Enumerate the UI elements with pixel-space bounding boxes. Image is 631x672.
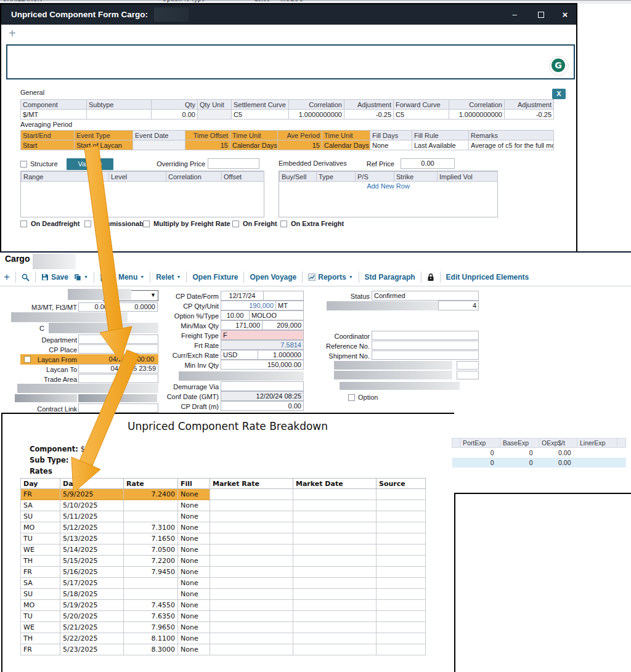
comment-textarea[interactable]: G xyxy=(6,44,575,79)
search-button[interactable] xyxy=(22,273,30,281)
cell: Calendar Days xyxy=(230,140,278,150)
background-option-pct: 10.00 xyxy=(254,0,270,2)
table-row[interactable]: $/MT0.00C51.0000000000-0.25C51.000000000… xyxy=(21,110,554,119)
commissionable-checkbox[interactable] xyxy=(84,221,91,227)
option-pct-input[interactable]: 10.00 xyxy=(221,310,250,320)
cp-qty-unit-input[interactable]: MT xyxy=(275,301,304,310)
table-row[interactable]: MO5/12/20257.3100None xyxy=(21,522,426,533)
column-header: Remarks xyxy=(469,131,554,140)
menu-button[interactable]: Menu▼ xyxy=(118,273,144,281)
cell xyxy=(293,533,377,544)
reports-button[interactable]: Reports▼ xyxy=(308,273,352,281)
add-new-row-link[interactable]: Add New Row xyxy=(279,182,497,190)
laycan-from-value[interactable]: 04/24/25 00:00 xyxy=(78,355,156,365)
ft3-input[interactable]: 0.0000 xyxy=(111,302,158,312)
cell: WE xyxy=(21,544,60,556)
table-row[interactable]: FR5/9/20257.2400None xyxy=(21,489,426,500)
table-row[interactable]: FR5/16/20257.9450None xyxy=(21,567,426,578)
freight-type-input[interactable]: F xyxy=(221,330,304,340)
trade-area-input[interactable] xyxy=(78,374,158,383)
cell xyxy=(210,589,293,600)
validate-button[interactable]: Validate xyxy=(67,158,113,170)
open-voyage-button[interactable]: Open Voyage xyxy=(250,273,296,281)
table-row[interactable]: WE5/21/20257.9650None xyxy=(21,622,426,633)
option-flag-label: Option xyxy=(358,394,378,401)
background-vessel-text: OXHILL IRON xyxy=(2,0,42,2)
table-row[interactable]: TU5/20/20257.6350None xyxy=(21,611,426,622)
min-inv-qty-input[interactable]: 150,000.00 xyxy=(221,360,304,370)
cell: SA xyxy=(21,500,60,511)
table-row[interactable]: 000.00 xyxy=(452,448,626,458)
cp-place-input[interactable] xyxy=(78,344,158,354)
maximize-button[interactable] xyxy=(532,4,548,25)
cp-form-input[interactable] xyxy=(263,291,304,301)
option-checkbox[interactable] xyxy=(348,394,355,401)
laycan-to-input[interactable]: 04/25/25 23:59 xyxy=(78,364,158,373)
max-qty-input[interactable]: 209,000 xyxy=(262,320,304,330)
table-row[interactable]: SA5/17/2025None xyxy=(21,578,426,589)
cell: 5/22/2025 xyxy=(60,633,124,644)
table-row[interactable]: SU5/11/2025None xyxy=(21,511,426,522)
chevron-down-icon: ▼ xyxy=(84,274,88,280)
table-row[interactable]: SU5/18/2025None xyxy=(21,589,426,600)
reference-no-input[interactable] xyxy=(372,341,479,350)
table-row[interactable]: WE5/14/20257.0500None xyxy=(21,544,426,556)
table-row[interactable]: MO5/19/20257.4550None xyxy=(21,600,426,611)
table-row[interactable]: TU5/13/20257.1650None xyxy=(21,533,426,544)
cp-qty-unit-label: CP Qty/Unit xyxy=(154,302,219,311)
table-row[interactable]: TH5/15/20257.2200None xyxy=(21,556,426,567)
close-section-button[interactable]: X xyxy=(552,89,566,99)
new-button[interactable]: + xyxy=(4,271,10,283)
add-component-button[interactable]: + xyxy=(9,27,16,39)
cell: SU xyxy=(21,589,60,600)
shipment-no-input[interactable] xyxy=(372,350,479,360)
table-row[interactable]: SA5/10/2025None xyxy=(21,500,426,511)
column-header: Event Date xyxy=(133,131,185,140)
lock-button[interactable] xyxy=(427,273,434,281)
column-header: Level xyxy=(109,172,166,182)
copy-button[interactable]: ▼ xyxy=(74,273,88,281)
status-field[interactable]: Confirmed xyxy=(372,291,479,301)
option-type-input[interactable]: MOLOO xyxy=(249,310,304,320)
minimize-button[interactable]: – xyxy=(507,4,523,25)
open-fixture-button[interactable]: Open Fixture xyxy=(192,273,238,281)
ref-price-input[interactable]: 0.00 xyxy=(401,158,455,169)
table-row[interactable]: 000.00 xyxy=(452,458,626,468)
delete-button[interactable] xyxy=(100,273,107,281)
grammarly-button[interactable]: G xyxy=(549,56,569,76)
open-voyage-label: Open Voyage xyxy=(250,273,296,281)
exch-rate-input[interactable]: 1.000000 xyxy=(258,350,304,360)
redacted-field xyxy=(17,384,158,393)
structure-checkbox[interactable] xyxy=(20,161,27,168)
currency-input[interactable]: USD xyxy=(221,350,258,360)
on-extra-freight-label: On Extra Freight xyxy=(291,220,344,227)
range-table: RangeLevelCorrelationOffset xyxy=(21,171,264,182)
save-button[interactable]: Save xyxy=(41,273,68,281)
cell: None xyxy=(178,622,210,633)
overriding-price-input[interactable] xyxy=(208,158,259,169)
std-paragraph-button[interactable]: Std Paragraph xyxy=(365,273,415,281)
cp-qty-input[interactable]: 190,000 xyxy=(221,301,276,310)
department-input[interactable] xyxy=(78,334,158,344)
cell xyxy=(377,500,426,511)
on-extra-freight-checkbox[interactable] xyxy=(280,221,287,227)
multiply-by-freight-rate-checkbox[interactable] xyxy=(143,221,150,227)
on-deadfreight-checkbox[interactable] xyxy=(20,221,27,227)
cp-draft-input[interactable]: 0.00 xyxy=(221,401,304,411)
relet-button[interactable]: Relet▼ xyxy=(156,273,181,281)
contract-link-input[interactable] xyxy=(78,403,158,413)
cell: 8.3000 xyxy=(124,644,178,655)
m3-input[interactable]: 0.00 xyxy=(78,302,110,312)
coordinator-input[interactable] xyxy=(372,331,479,340)
table-row[interactable]: TH5/22/20258.1100None xyxy=(21,633,426,644)
on-freight-checkbox[interactable] xyxy=(232,221,239,227)
cp-date-input[interactable]: 12/17/24 xyxy=(221,291,264,301)
table-row[interactable]: StartStart of Laycan15Calendar Days15Cal… xyxy=(21,140,554,150)
cell: FR xyxy=(21,489,60,500)
cell xyxy=(377,544,426,556)
table-row[interactable]: FR5/23/20258.3000None xyxy=(21,644,426,655)
close-button[interactable]: × xyxy=(557,4,573,25)
edit-unpriced-elements-button[interactable]: Edit Unpriced Elements xyxy=(446,273,529,281)
demurrage-via-input[interactable] xyxy=(221,381,304,391)
min-qty-input[interactable]: 171,000 xyxy=(221,320,263,330)
